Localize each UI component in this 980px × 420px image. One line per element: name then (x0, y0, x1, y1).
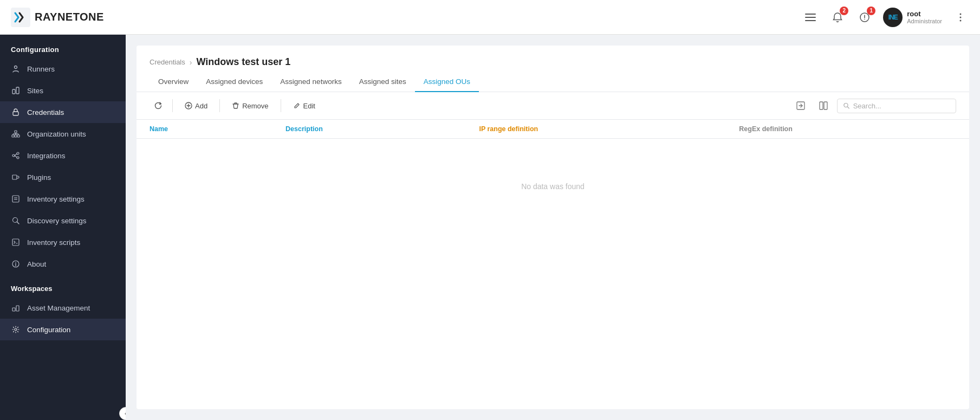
svg-rect-28 (12, 196, 19, 202)
add-button[interactable]: Add (178, 99, 214, 113)
sidebar-label-asset-management: Asset Management (27, 304, 90, 312)
sidebar-item-sites[interactable]: Sites (0, 80, 126, 101)
svg-point-8 (960, 16, 962, 18)
toolbar: Add Remove Edit (137, 92, 969, 120)
tab-assigned-ous[interactable]: Assigned OUs (415, 72, 479, 92)
col-header-description: Description (272, 120, 466, 139)
svg-line-26 (15, 156, 17, 157)
sidebar-item-plugins[interactable]: Plugins (0, 166, 126, 188)
svg-rect-13 (13, 112, 18, 115)
svg-rect-16 (17, 135, 20, 137)
breadcrumb: Credentials › Windows test user 1 (137, 46, 969, 68)
alerts-badge: 1 (867, 7, 875, 15)
sidebar-item-inventory-settings[interactable]: Inventory settings (0, 188, 126, 210)
sidebar-item-org-units[interactable]: Organization units (0, 123, 126, 145)
search-input[interactable] (853, 102, 950, 110)
logo-area: RAYNETONE (11, 8, 104, 27)
sidebar-label-org-units: Organization units (27, 130, 86, 138)
top-header: RAYNETONE 2 1 INE root Administrator (0, 0, 980, 35)
svg-rect-33 (12, 239, 19, 245)
content-area: Credentials › Windows test user 1 Overvi… (126, 35, 980, 420)
table-area: Name Description IP range definition Reg… (137, 120, 969, 409)
svg-line-32 (17, 222, 20, 224)
svg-line-48 (848, 107, 849, 108)
sidebar-label-discovery-settings: Discovery settings (27, 217, 87, 225)
notifications-button[interactable]: 2 (829, 9, 846, 26)
breadcrumb-parent[interactable]: Credentials (150, 58, 185, 66)
sidebar-label-configuration: Configuration (27, 326, 70, 334)
tab-assigned-sites[interactable]: Assigned sites (351, 72, 415, 92)
svg-rect-14 (12, 135, 14, 137)
sidebar-config-section: Configuration (0, 35, 126, 58)
svg-point-22 (12, 154, 15, 157)
sidebar-label-sites: Sites (27, 87, 43, 95)
user-area[interactable]: INE root Administrator (883, 8, 942, 27)
sidebar-label-about: About (27, 260, 46, 268)
edit-button[interactable]: Edit (287, 99, 322, 113)
add-label: Add (195, 102, 207, 110)
sidebar-label-runners: Runners (27, 65, 55, 73)
breadcrumb-current: Windows test user 1 (196, 56, 290, 68)
add-icon (185, 102, 192, 109)
svg-point-23 (17, 152, 19, 154)
content-panel: Credentials › Windows test user 1 Overvi… (137, 46, 969, 409)
tab-assigned-networks[interactable]: Assigned networks (271, 72, 350, 92)
columns-button[interactable] (814, 98, 833, 114)
svg-line-25 (15, 154, 17, 156)
main-layout: Configuration Runners Sites Credentials (0, 35, 980, 420)
svg-rect-45 (820, 102, 823, 109)
data-table: Name Description IP range definition Reg… (137, 120, 969, 234)
sidebar-label-credentials: Credentials (27, 108, 64, 117)
about-icon (11, 259, 21, 269)
sidebar-item-integrations[interactable]: Integrations (0, 145, 126, 166)
svg-point-36 (15, 262, 16, 263)
svg-point-10 (15, 66, 17, 69)
sidebar-item-runners[interactable]: Runners (0, 58, 126, 80)
more-options-button[interactable] (952, 9, 969, 26)
svg-rect-37 (12, 308, 15, 311)
sidebar-collapse-button[interactable]: ‹ (119, 407, 126, 420)
export-button[interactable] (791, 98, 810, 114)
sidebar-item-inventory-scripts[interactable]: Inventory scripts (0, 231, 126, 253)
avatar: INE (883, 8, 903, 27)
alerts-button[interactable]: 1 (856, 9, 873, 26)
tabs: Overview Assigned devices Assigned netwo… (137, 72, 969, 92)
sidebar-item-configuration[interactable]: Configuration (0, 319, 126, 340)
sites-icon (11, 86, 21, 95)
menu-button[interactable] (802, 9, 819, 26)
col-header-name: Name (137, 120, 272, 139)
sidebar-label-integrations: Integrations (27, 152, 66, 160)
search-box[interactable] (837, 99, 956, 113)
configuration-icon (11, 325, 21, 334)
sidebar-item-credentials[interactable]: Credentials (0, 101, 126, 123)
no-data-message: No data was found (137, 139, 969, 235)
toolbar-divider-1 (172, 99, 173, 112)
refresh-button[interactable] (150, 98, 167, 113)
remove-label: Remove (242, 102, 268, 110)
sidebar-label-inventory-settings: Inventory settings (27, 195, 85, 203)
user-info: root Administrator (907, 10, 942, 24)
export-icon (796, 101, 806, 111)
inventory-settings-icon (11, 194, 21, 204)
svg-point-9 (960, 20, 962, 21)
sidebar-label-inventory-scripts: Inventory scripts (27, 238, 80, 247)
svg-rect-17 (15, 131, 17, 133)
search-icon (843, 102, 850, 109)
tab-assigned-devices[interactable]: Assigned devices (197, 72, 271, 92)
sidebar-item-discovery-settings[interactable]: Discovery settings (0, 210, 126, 231)
credentials-icon (11, 107, 21, 117)
remove-icon (232, 102, 239, 109)
user-name: root (907, 10, 942, 18)
tab-overview[interactable]: Overview (150, 72, 197, 92)
runners-icon (11, 64, 21, 74)
sidebar-item-asset-management[interactable]: Asset Management (0, 297, 126, 319)
sidebar-item-about[interactable]: About (0, 253, 126, 275)
integrations-icon (11, 151, 21, 160)
svg-point-7 (960, 13, 962, 15)
columns-icon (819, 101, 828, 111)
remove-button[interactable]: Remove (225, 99, 275, 113)
svg-point-47 (844, 103, 848, 107)
logo-icon (11, 8, 30, 27)
svg-rect-0 (11, 8, 30, 27)
plugins-icon (11, 172, 21, 182)
